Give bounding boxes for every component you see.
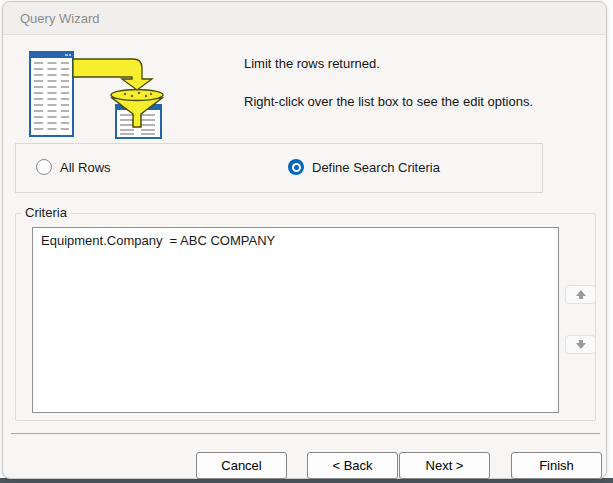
radio-circle-selected[interactable] xyxy=(288,159,304,175)
instruction-line-1: Limit the rows returned. xyxy=(244,56,380,71)
radio-define-search-criteria[interactable]: Define Search Criteria xyxy=(288,159,440,175)
title-bar[interactable]: Query Wizard xyxy=(3,2,606,35)
footer-separator xyxy=(11,433,600,435)
source-table-icon xyxy=(30,52,73,136)
criteria-groupbox-label: Criteria xyxy=(21,205,71,220)
criteria-groupbox: Criteria Equipment.Company = ABC COMPANY xyxy=(15,213,596,421)
arrow-down-icon xyxy=(576,343,586,349)
row-filter-options-group: All Rows Define Search Criteria xyxy=(15,143,543,193)
radio-circle-unselected[interactable] xyxy=(36,159,52,175)
back-button[interactable]: < Back xyxy=(307,452,398,479)
instruction-line-2: Right-click over the list box to see the… xyxy=(244,94,533,109)
flow-arrow xyxy=(73,59,152,90)
move-up-button[interactable] xyxy=(565,285,596,304)
criteria-listbox[interactable]: Equipment.Company = ABC COMPANY xyxy=(32,227,559,413)
radio-all-rows-label: All Rows xyxy=(60,160,111,175)
finish-button[interactable]: Finish xyxy=(511,452,602,479)
filter-tables-graphic xyxy=(29,51,164,146)
cancel-button[interactable]: Cancel xyxy=(196,452,287,479)
criteria-list-item[interactable]: Equipment.Company = ABC COMPANY xyxy=(33,228,558,253)
next-button[interactable]: Next > xyxy=(399,452,490,479)
move-down-button[interactable] xyxy=(565,335,596,354)
radio-all-rows[interactable]: All Rows xyxy=(36,159,111,175)
radio-define-search-criteria-label: Define Search Criteria xyxy=(312,160,440,175)
query-wizard-dialog: Query Wizard Limit the rows xyxy=(2,1,607,479)
dialog-title: Query Wizard xyxy=(20,2,99,35)
